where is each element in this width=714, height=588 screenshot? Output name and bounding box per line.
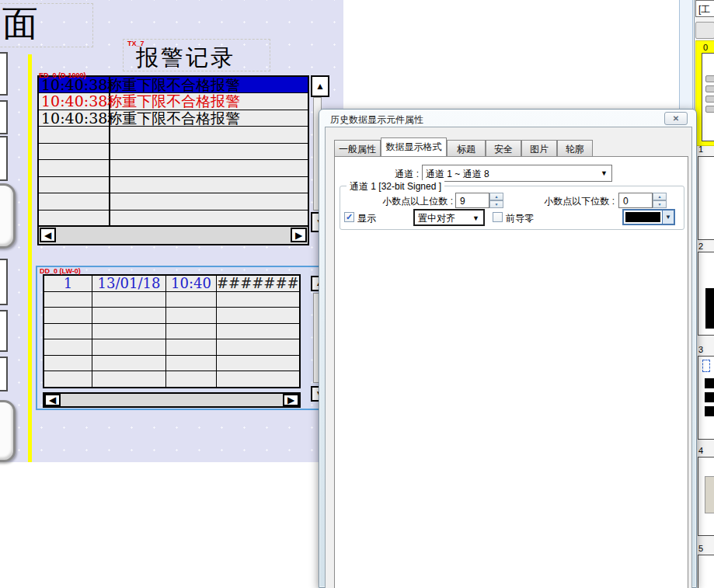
window-number: 3 xyxy=(698,345,703,354)
table-row xyxy=(44,339,299,356)
spin-down-icon: ▼ xyxy=(495,203,499,207)
window-item-1[interactable] xyxy=(698,156,714,240)
digits-below-spinner[interactable]: 0 ▲ ▼ xyxy=(618,193,667,208)
window-number: 2 xyxy=(698,242,703,251)
tab-picture[interactable]: 图片 xyxy=(521,140,557,156)
scroll-right-icon: ▶ xyxy=(295,231,302,240)
text-element-box[interactable]: 面 xyxy=(0,3,93,47)
spin-up-button[interactable]: ▲ xyxy=(653,193,667,200)
element-tag: DD_0 (LW-0) xyxy=(40,268,81,275)
alarm-row[interactable]: 10:40:38称重下限不合格报警 xyxy=(39,93,308,110)
dialog-title: 历史数据显示元件属性 xyxy=(330,113,423,127)
color-picker[interactable]: ▼ xyxy=(622,209,675,225)
edge-button[interactable] xyxy=(0,310,8,352)
alarm-row[interactable]: 10:40:38称重下限不合格报警 xyxy=(39,110,308,127)
alarm-row xyxy=(39,144,308,160)
spin-down-icon: ▼ xyxy=(658,203,662,207)
scroll-up-button[interactable]: ▲ xyxy=(311,75,329,97)
table-cell: 1 xyxy=(44,276,92,291)
panel-toolbar-box[interactable] xyxy=(695,22,714,39)
window-number: 1 xyxy=(698,144,703,154)
alarm-row xyxy=(39,193,308,210)
display-checkbox[interactable]: ✓ xyxy=(344,212,354,222)
tab-caption[interactable]: 标题 xyxy=(447,140,486,156)
window-item-5[interactable] xyxy=(698,555,714,588)
edge-button[interactable] xyxy=(0,52,8,96)
close-button[interactable]: ✕ xyxy=(664,112,688,125)
alarm-row xyxy=(39,160,308,176)
panel-header[interactable]: [工 xyxy=(695,0,714,17)
tab-general[interactable]: 一般属性 xyxy=(334,140,381,156)
scroll-left-icon: ◀ xyxy=(49,395,56,405)
scroll-right-button[interactable]: ▶ xyxy=(291,228,307,242)
scroll-left-icon: ◀ xyxy=(44,231,51,240)
scroll-left-button[interactable]: ◀ xyxy=(44,394,61,406)
history-data-table: 1 13/01/18 10:40 ########## xyxy=(43,274,301,388)
tab-data-format[interactable]: 数据显示格式 xyxy=(381,137,447,156)
alarm-row xyxy=(39,210,308,227)
window-thumbnail[interactable] xyxy=(702,53,714,141)
channel-combobox[interactable]: 通道 1 ~ 通道 8 ▼ xyxy=(422,165,612,182)
design-canvas[interactable]: 面 TX_7 报警记录 ED_0 (D-1000) 10:40:38称重下限不合… xyxy=(0,0,343,462)
event-display-element[interactable]: 10:40:38称重下限不合格报警 10:40:38称重下限不合格报警 10:4… xyxy=(37,75,309,245)
partial-title-text: 面 xyxy=(2,4,92,43)
dialog-body: 一般属性 数据显示格式 标题 安全 图片 轮廓 通道 : 通道 1 ~ 通道 8… xyxy=(325,127,692,588)
edge-button[interactable] xyxy=(0,100,8,134)
spin-up-button[interactable]: ▲ xyxy=(489,193,503,200)
window-item-0[interactable]: 0 xyxy=(695,40,714,146)
alarm-title-text: 报警记录 xyxy=(136,43,235,74)
spin-up-icon: ▲ xyxy=(658,195,662,199)
alarm-row[interactable]: 10:40:38称重下限不合格报警 xyxy=(39,77,308,93)
scroll-right-button[interactable]: ▶ xyxy=(283,394,299,406)
window-item-2[interactable] xyxy=(698,252,714,336)
element-tag: TX_7 xyxy=(127,40,145,47)
tab-page: 通道 : 通道 1 ~ 通道 8 ▼ 通道 1 [32-bit Signed ]… xyxy=(334,156,688,588)
color-dropdown-button[interactable]: ▼ xyxy=(662,210,674,224)
edge-button[interactable] xyxy=(0,259,8,305)
digits-above-value[interactable]: 9 xyxy=(455,193,489,208)
spin-up-icon: ▲ xyxy=(495,195,499,199)
window-item-3[interactable] xyxy=(698,356,714,440)
chevron-down-icon: ▼ xyxy=(472,214,479,222)
table-cell: 13/01/18 xyxy=(92,276,166,291)
table-cell: 10:40 xyxy=(166,276,217,291)
edge-round-button[interactable] xyxy=(0,400,16,462)
tab-security[interactable]: 安全 xyxy=(486,140,521,156)
scroll-left-button[interactable]: ◀ xyxy=(40,228,56,242)
window-number: 0 xyxy=(703,43,708,52)
edge-button[interactable] xyxy=(0,357,8,391)
leading-zero-checkbox[interactable] xyxy=(493,212,503,222)
edge-round-button[interactable] xyxy=(0,183,16,249)
digits-above-label: 小数点以上位数 : xyxy=(358,195,453,208)
table-row xyxy=(44,324,299,340)
horizontal-scrollbar[interactable]: ◀ ▶ xyxy=(43,392,301,408)
digits-below-label: 小数点以下位数 : xyxy=(514,195,615,208)
table-row xyxy=(44,371,299,387)
history-data-display-element[interactable]: DD_0 (LW-0) 1 13/01/18 10:40 ########## … xyxy=(36,266,329,410)
edge-button[interactable] xyxy=(0,136,8,181)
channel-label: 通道 : xyxy=(366,168,419,181)
table-row xyxy=(44,356,299,372)
horizontal-scrollbar[interactable]: ◀ ▶ xyxy=(39,225,308,244)
color-swatch xyxy=(624,210,662,224)
tab-profile[interactable]: 轮廓 xyxy=(557,140,593,156)
window-number: 5 xyxy=(698,544,703,553)
app-screen: 面 TX_7 报警记录 ED_0 (D-1000) 10:40:38称重下限不合… xyxy=(0,0,714,588)
alarm-rows: 10:40:38称重下限不合格报警 10:40:38称重下限不合格报警 10:4… xyxy=(39,77,308,227)
digits-below-value[interactable]: 0 xyxy=(618,193,653,208)
table-row xyxy=(44,292,299,308)
spin-down-button[interactable]: ▼ xyxy=(489,200,503,208)
element-tag: ED_0 (D-1000) xyxy=(39,72,86,79)
digits-above-spinner[interactable]: 9 ▲ ▼ xyxy=(455,193,503,208)
chevron-down-icon: ▼ xyxy=(665,214,671,221)
close-icon: ✕ xyxy=(673,114,679,123)
channel-value: 通道 1 ~ 通道 8 xyxy=(426,169,489,179)
window-item-4[interactable] xyxy=(698,457,714,536)
table-row: 1 13/01/18 10:40 ########## xyxy=(44,276,299,292)
spin-down-button[interactable]: ▼ xyxy=(653,200,667,208)
alarm-title-element[interactable]: TX_7 报警记录 xyxy=(123,39,270,71)
scroll-up-icon: ▲ xyxy=(315,82,325,91)
properties-dialog: 历史数据显示元件属性 ✕ 一般属性 数据显示格式 标题 安全 图片 轮廓 通道 … xyxy=(319,109,697,588)
align-combobox[interactable]: 置中对齐 ▼ xyxy=(413,209,485,226)
table-cell: ########## xyxy=(217,276,299,291)
